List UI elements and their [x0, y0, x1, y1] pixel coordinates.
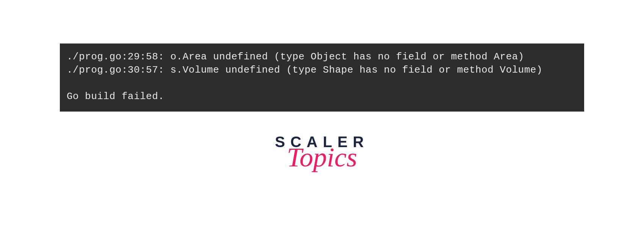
scaler-topics-logo: SCALER Topics [275, 134, 369, 167]
error-line-1: ./prog.go:29:58: o.Area undefined (type … [67, 51, 524, 62]
terminal-output: ./prog.go:29:58: o.Area undefined (type … [60, 43, 584, 112]
error-line-2: ./prog.go:30:57: s.Volume undefined (typ… [67, 64, 542, 76]
build-status: Go build failed. [67, 91, 164, 102]
logo-secondary-text: Topics [287, 148, 357, 167]
